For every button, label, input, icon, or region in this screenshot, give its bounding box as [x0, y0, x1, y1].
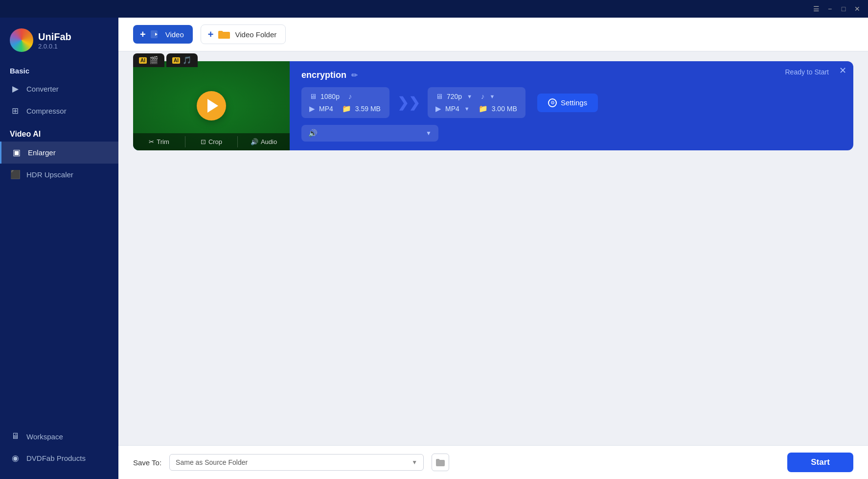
add-video-button[interactable]: + Video — [133, 25, 193, 44]
crop-button[interactable]: ⊡ Crop — [185, 136, 238, 147]
ai-audio-icon: 🎵 — [183, 56, 192, 65]
conversion-info: encryption ✏ 🖥 1080p ♪ ▶ — [290, 61, 853, 150]
sidebar-item-workspace[interactable]: 🖥 Workspace — [0, 426, 118, 447]
add-folder-plus-icon: + — [208, 29, 214, 39]
save-path-dropdown-icon: ▼ — [411, 459, 417, 466]
conversion-arrow: ❯❯ — [397, 95, 420, 111]
ready-label: Ready to Start — [785, 68, 829, 76]
sidebar: UniFab 2.0.0.1 Basic ▶ Converter ⊞ Compr… — [0, 18, 118, 479]
save-bar: Save To: Same as Source Folder ▼ Start — [118, 445, 868, 479]
speaker-icon: 🔊 — [308, 129, 318, 138]
video-card: AI 🎬 AI 🎵 ✂ Tr — [133, 61, 853, 150]
save-path-selector[interactable]: Same as Source Folder ▼ — [169, 454, 424, 471]
browse-folder-button[interactable] — [432, 454, 449, 471]
resolution-dropdown-icon[interactable]: ▼ — [467, 94, 472, 99]
target-resolution-row: 🖥 720p ▼ ♪ ▼ — [435, 92, 518, 100]
source-resolution-row: 🖥 1080p ♪ — [309, 92, 382, 100]
ai-video-label: AI — [139, 57, 147, 64]
close-card-button[interactable]: ✕ — [839, 66, 846, 75]
start-button[interactable]: Start — [787, 453, 853, 472]
ai-badges: AI 🎬 AI 🎵 — [133, 53, 198, 67]
ai-audio-label: AI — [172, 57, 180, 64]
audio-button[interactable]: 🔊 Audio — [238, 136, 290, 147]
svg-rect-3 — [218, 33, 230, 39]
sidebar-item-compressor[interactable]: ⊞ Compressor — [0, 100, 118, 122]
source-format: MP4 — [319, 105, 333, 113]
menu-button[interactable]: ☰ — [809, 2, 823, 16]
compressor-icon: ⊞ — [10, 106, 21, 116]
app-layout: UniFab 2.0.0.1 Basic ▶ Converter ⊞ Compr… — [0, 18, 868, 479]
add-folder-label: Video Folder — [235, 30, 276, 39]
trim-button[interactable]: ✂ Trim — [133, 136, 185, 147]
play-button[interactable] — [197, 91, 226, 120]
format-dropdown-icon[interactable]: ▼ — [464, 106, 470, 112]
source-resolution: 1080p — [320, 93, 340, 100]
audio-selector-dropdown-icon: ▼ — [426, 130, 432, 137]
video-thumbnail: ✂ Trim ⊡ Crop 🔊 Audio — [133, 61, 290, 150]
workspace-label: Workspace — [26, 432, 63, 441]
sidebar-item-dvdfab[interactable]: ◉ DVDFab Products — [0, 447, 118, 469]
crop-label: Crop — [208, 138, 222, 145]
title-bar: ☰ − □ ✕ — [0, 0, 868, 18]
logo-version: 2.0.0.1 — [38, 43, 71, 50]
target-size: 3.00 MB — [492, 105, 517, 113]
logo-icon — [10, 28, 33, 52]
browse-folder-icon — [435, 458, 445, 467]
close-button[interactable]: ✕ — [850, 2, 864, 16]
hdr-label: HDR Upscaler — [26, 170, 73, 179]
logo-name: UniFab — [38, 31, 71, 43]
thumbnail-controls: ✂ Trim ⊡ Crop 🔊 Audio — [133, 133, 290, 150]
folder-icon — [217, 29, 231, 40]
play-triangle-icon — [207, 99, 218, 113]
folder-icon-source: 📁 — [342, 104, 351, 113]
sidebar-item-converter[interactable]: ▶ Converter — [0, 78, 118, 100]
source-format-box: 🖥 1080p ♪ ▶ MP4 📁 3.59 MB — [301, 87, 389, 118]
hdr-icon: ⬛ — [10, 169, 21, 180]
ai-badge-audio[interactable]: AI 🎵 — [166, 53, 198, 67]
ai-video-icon: 🎬 — [149, 56, 159, 65]
audio-label: Audio — [261, 138, 277, 145]
target-format-box: 🖥 720p ▼ ♪ ▼ ▶ MP4 ▼ 📁 3 — [428, 87, 525, 118]
audio-icon: 🔊 — [251, 138, 258, 145]
minimize-button[interactable]: − — [823, 2, 837, 16]
dvdfab-label: DVDFab Products — [26, 454, 86, 462]
settings-button[interactable]: ⚙ Settings — [537, 94, 598, 112]
music-note-icon: ♪ — [348, 92, 352, 100]
settings-icon: ⚙ — [548, 98, 557, 107]
add-video-label: Video — [165, 30, 184, 39]
settings-label: Settings — [561, 98, 587, 107]
video-title: encryption — [301, 70, 346, 80]
section-video-ai: Video AI — [0, 126, 118, 142]
monitor-icon: 🖥 — [309, 92, 317, 100]
sidebar-item-enlarger[interactable]: ▣ Enlarger — [0, 142, 118, 164]
add-folder-button[interactable]: + Video Folder — [201, 24, 286, 44]
ai-badge-video[interactable]: AI 🎬 — [133, 53, 164, 67]
crop-icon: ⊡ — [201, 138, 206, 145]
source-format-row: ▶ MP4 📁 3.59 MB — [309, 104, 382, 113]
video-file-icon — [150, 29, 160, 40]
section-basic: Basic — [0, 63, 118, 78]
sidebar-bottom: 🖥 Workspace ◉ DVDFab Products — [0, 426, 118, 469]
trim-icon: ✂ — [149, 138, 154, 145]
compressor-label: Compressor — [26, 107, 67, 115]
enlarger-label: Enlarger — [28, 148, 56, 157]
logo-text: UniFab 2.0.0.1 — [38, 31, 71, 50]
sidebar-item-hdr-upscaler[interactable]: ⬛ HDR Upscaler — [0, 164, 118, 186]
conv-formats: 🖥 1080p ♪ ▶ MP4 📁 3.59 MB — [301, 87, 842, 118]
save-path-text: Same as Source Folder — [176, 458, 248, 466]
video-area: AI 🎬 AI 🎵 ✂ Tr — [118, 51, 868, 445]
main-content: + Video + Video Folder — [118, 18, 868, 479]
target-format: MP4 — [445, 105, 459, 113]
maximize-button[interactable]: □ — [837, 2, 850, 16]
folder-icon-target: 📁 — [479, 104, 488, 113]
converter-label: Converter — [26, 85, 59, 93]
audio-track-selector[interactable]: 🔊 ▼ — [301, 125, 438, 142]
save-to-label: Save To: — [133, 458, 161, 467]
conv-header: encryption ✏ — [301, 70, 842, 80]
edit-icon[interactable]: ✏ — [351, 71, 358, 80]
trim-label: Trim — [157, 138, 169, 145]
audio-dropdown-icon[interactable]: ▼ — [490, 94, 495, 99]
target-resolution: 720p — [447, 93, 462, 100]
dvdfab-icon: ◉ — [10, 453, 21, 463]
enlarger-icon: ▣ — [11, 147, 22, 158]
